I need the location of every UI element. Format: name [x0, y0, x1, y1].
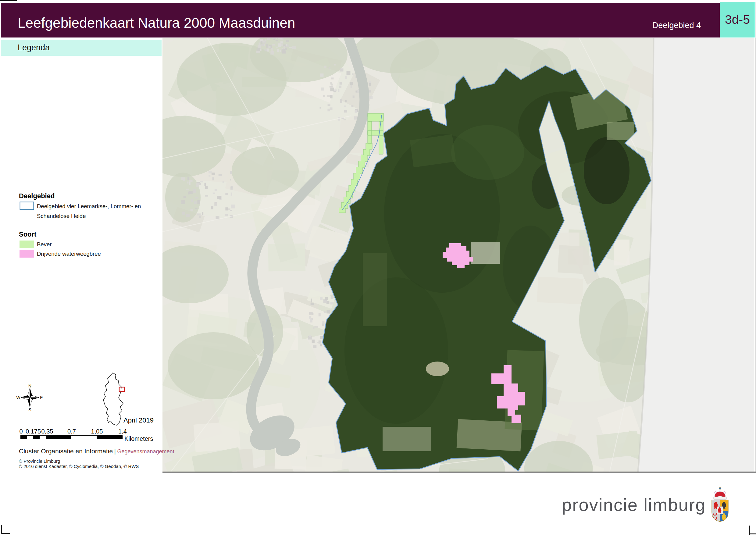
legend-item-deelgebied-line2: Schandelose Heide	[37, 213, 86, 219]
scale-tick-3: 0,7	[68, 428, 76, 435]
main-map	[162, 38, 756, 473]
limburg-coat-of-arms-icon	[709, 487, 731, 523]
deelgebied-label: Deelgebied 4	[652, 21, 701, 30]
bever-swatch-rect	[19, 240, 34, 248]
waterweegbree-swatch	[19, 250, 34, 258]
scale-tick-5: 1,4	[118, 428, 127, 435]
scale-tick-0: 0	[19, 428, 22, 435]
scale-unit-label: Kilometers	[125, 435, 153, 442]
map-bottom-border	[162, 472, 756, 472]
map-side-panel	[638, 38, 756, 472]
deelgebied-swatch-rect	[20, 202, 34, 210]
map-date: April 2019	[124, 416, 154, 424]
department-label: Gegevensmanagement	[117, 448, 174, 455]
map-sheet-page: Leefgebiedenkaart Natura 2000 Maasduinen…	[0, 0, 756, 535]
sheet-code-badge: 3d-5	[720, 2, 755, 38]
legend-heading-soort: Soort	[19, 231, 36, 239]
provincie-limburg-logo-text: provincie limburg	[562, 494, 706, 515]
crop-mark-bottom-right-h	[749, 533, 756, 534]
legend-item-bever: Bever	[37, 241, 51, 248]
scale-bar: 0 0,175 0,35 0,7 1,05 1,4 Kilometers	[20, 428, 161, 440]
deelgebied-outline-swatch	[19, 202, 34, 210]
page-title: Leefgebiedenkaart Natura 2000 Maasduinen	[18, 14, 295, 31]
legend-item-waterweegbree: Drijvende waterweegbree	[37, 251, 101, 257]
waterweegbree-swatch-rect	[19, 250, 34, 258]
scale-tick-1: 0,175	[26, 428, 41, 435]
legend-title: Legenda	[18, 43, 50, 52]
compass-s: S	[28, 407, 31, 412]
header-bar: Leefgebiedenkaart Natura 2000 Maasduinen…	[1, 3, 720, 38]
bever-swatch	[19, 240, 34, 248]
legend-title-bar: Legenda	[1, 40, 161, 56]
copyright-line-1: © Provincie Limburg	[19, 459, 60, 464]
compass-rose: N S W E	[15, 384, 44, 412]
scale-tick-2: 0,35	[42, 428, 53, 435]
credits-line: Cluster Organisatie en Informatie | Gege…	[19, 447, 174, 455]
crop-mark-top-left	[0, 0, 17, 1]
limburg-outline	[103, 373, 123, 425]
scale-bar-segments	[20, 435, 123, 439]
credits-separator: |	[114, 447, 116, 455]
copyright-line-2: © 2016 dienst Kadaster, © Cyclomedia, © …	[19, 464, 139, 469]
crop-mark-bottom-left-h	[1, 533, 10, 534]
cluster-label: Cluster Organisatie en Informatie	[19, 447, 113, 455]
compass-n: N	[28, 384, 31, 388]
compass-w: W	[16, 395, 20, 400]
sheet-code: 3d-5	[725, 13, 750, 27]
legend-item-deelgebied-line1: Deelgebied vier Leemarkse-, Lommer- en	[37, 203, 141, 210]
scale-tick-4: 1,05	[91, 428, 103, 435]
page-right-border	[755, 2, 755, 472]
legend-heading-deelgebied: Deelgebied	[19, 192, 55, 200]
crop-mark-bottom-left-v	[1, 525, 2, 534]
compass-e: E	[40, 395, 43, 400]
